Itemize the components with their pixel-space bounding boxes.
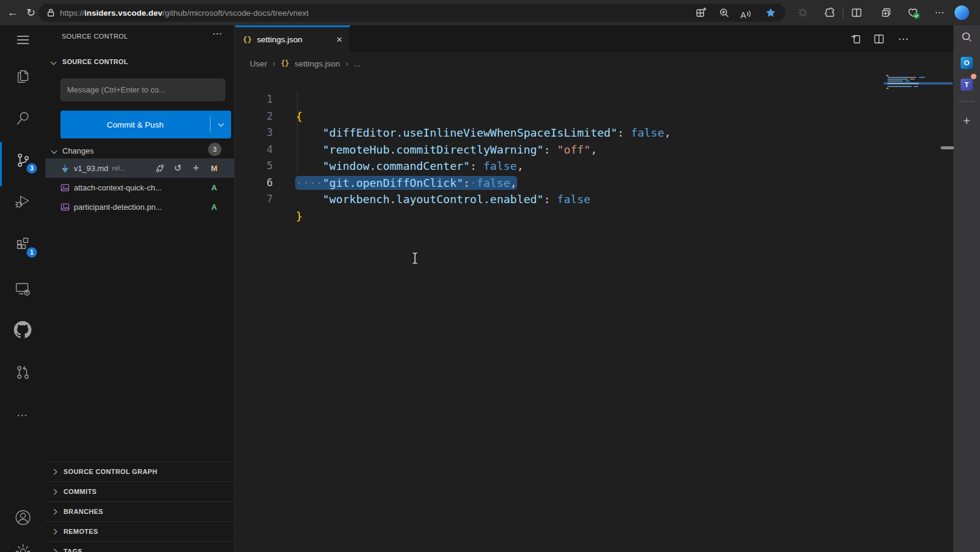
- code-line[interactable]: 6 "workbench.layoutControl.enabled": fal…: [235, 158, 953, 175]
- minimap[interactable]: [887, 80, 903, 82]
- changed-file-row[interactable]: attach-context-quick-ch... A: [45, 178, 234, 197]
- minimap[interactable]: [887, 77, 916, 78]
- zoom-icon[interactable]: [718, 7, 730, 19]
- editor-group: {} settings.json × ⋯ User › {} settings.…: [235, 25, 953, 552]
- chevron-right-icon: [51, 548, 57, 552]
- back-icon[interactable]: ←: [5, 0, 21, 25]
- changes-count-badge: 3: [208, 143, 221, 156]
- status-added: A: [209, 197, 220, 216]
- code-line[interactable]: 4 "window.commandCenter": false,: [235, 125, 953, 141]
- scm-sidebar: SOURCE CONTROL ⋯ SOURCE CONTROL Commit &…: [45, 25, 235, 552]
- editor-more-icon[interactable]: ⋯: [896, 31, 910, 46]
- minimap[interactable]: [919, 77, 925, 78]
- minimap[interactable]: [887, 79, 908, 80]
- browser-toolbar: ← ↻ https://insiders.vscode.dev/github/m…: [0, 0, 980, 25]
- code-line[interactable]: 2 "diffEditor.useInlineViewWhenSpaceIsLi…: [235, 91, 953, 108]
- section-tags[interactable]: TAGS: [45, 541, 234, 552]
- scm-section-header[interactable]: SOURCE CONTROL: [45, 54, 234, 69]
- file-path: rel...: [112, 164, 125, 172]
- menu-hamburger-icon[interactable]: [0, 34, 45, 46]
- minimap[interactable]: [910, 79, 915, 80]
- scm-section-title: SOURCE CONTROL: [62, 58, 128, 65]
- minimap[interactable]: [886, 88, 889, 89]
- breadcrumb-tail[interactable]: ...: [354, 59, 361, 68]
- settings-gear-icon[interactable]: [0, 543, 45, 552]
- commit-message-input[interactable]: [60, 79, 225, 101]
- edge-sidebar-rail: O T +: [953, 25, 980, 552]
- changed-file-row[interactable]: participant-detection.pn... A: [45, 197, 234, 216]
- minimap[interactable]: [913, 86, 918, 87]
- gear-icon[interactable]: [797, 7, 809, 19]
- commit-and-push-button[interactable]: Commit & Push: [60, 111, 231, 138]
- status-modified: M: [209, 158, 220, 178]
- refresh-icon[interactable]: ↻: [23, 0, 39, 25]
- section-branches[interactable]: BRANCHES: [45, 501, 234, 521]
- breadcrumb-root[interactable]: User: [250, 59, 267, 68]
- open-changes-icon[interactable]: [153, 158, 166, 178]
- pull-requests-icon[interactable]: [0, 363, 45, 382]
- toolbar-divider: [843, 7, 843, 18]
- account-icon[interactable]: [0, 508, 45, 527]
- line-number: 7: [235, 191, 273, 208]
- split-editor-icon[interactable]: [872, 31, 886, 46]
- close-tab-icon[interactable]: ×: [336, 35, 342, 45]
- active-view-indicator: [0, 142, 2, 186]
- browser-essentials-icon[interactable]: [907, 7, 919, 21]
- extensions-icon[interactable]: [0, 236, 45, 253]
- changes-header[interactable]: Changes: [45, 142, 234, 159]
- workspaces-icon[interactable]: [695, 7, 707, 19]
- minimap[interactable]: [905, 80, 910, 82]
- explorer-icon[interactable]: [0, 67, 45, 83]
- open-changes-action-icon[interactable]: [849, 31, 863, 46]
- changed-file-row[interactable]: v1_93.md rel... ↺ + M: [45, 158, 234, 178]
- commit-dropdown-button[interactable]: [211, 123, 231, 126]
- chevron-right-icon: [51, 528, 57, 534]
- chevron-down-icon: [51, 148, 57, 154]
- address-bar[interactable]: https://insiders.vscode.dev/github/micro…: [39, 4, 785, 22]
- minimap[interactable]: [886, 75, 889, 76]
- image-file-icon: [60, 203, 70, 212]
- search-icon[interactable]: [0, 109, 45, 126]
- panel-more-icon[interactable]: ⋯: [212, 28, 222, 39]
- discard-changes-icon[interactable]: ↺: [171, 158, 185, 178]
- chevron-right-icon: [51, 469, 57, 475]
- source-control-icon[interactable]: [0, 152, 45, 169]
- breadcrumb-sep-icon: ›: [345, 59, 348, 68]
- stage-changes-icon[interactable]: +: [189, 158, 203, 178]
- mouse-cursor-ibeam: [411, 252, 419, 265]
- image-file-icon: [60, 183, 70, 192]
- run-debug-icon[interactable]: [0, 193, 45, 210]
- section-label: TAGS: [64, 548, 82, 552]
- outlook-icon[interactable]: O: [953, 57, 980, 69]
- sidebar-search-icon[interactable]: [953, 30, 980, 45]
- breadcrumb-file[interactable]: settings.json: [295, 59, 340, 68]
- activity-more-icon[interactable]: ⋯: [0, 409, 45, 422]
- sidebar-add-icon[interactable]: +: [953, 115, 980, 127]
- split-screen-icon[interactable]: [851, 7, 863, 19]
- file-name: participant-detection.pn...: [74, 203, 162, 212]
- teams-icon[interactable]: T: [953, 79, 980, 91]
- code-line-selected[interactable]: 5 ····"git.openDiffOnClick":·false,: [235, 141, 953, 158]
- browser-more-icon[interactable]: ⋯: [932, 0, 947, 25]
- json-icon: {}: [281, 59, 289, 68]
- code-line[interactable]: 7 }: [235, 175, 953, 192]
- file-name: attach-context-quick-ch...: [74, 183, 162, 192]
- commit-button-label: Commit & Push: [60, 120, 210, 129]
- copilot-icon[interactable]: [955, 5, 969, 20]
- github-icon[interactable]: [0, 321, 45, 339]
- tab-settings-json[interactable]: {} settings.json ×: [235, 25, 350, 52]
- section-remotes[interactable]: REMOTES: [45, 521, 234, 541]
- minimap[interactable]: [887, 86, 912, 87]
- code-line[interactable]: 1 {: [235, 75, 953, 92]
- puzzle-extensions-icon[interactable]: [824, 7, 836, 19]
- minimap[interactable]: [887, 83, 919, 84]
- read-aloud-icon[interactable]: A: [740, 10, 753, 22]
- section-commits[interactable]: COMMITS: [45, 481, 234, 501]
- remote-explorer-icon[interactable]: [0, 281, 45, 299]
- collections-icon[interactable]: [880, 7, 892, 19]
- section-source-control-graph[interactable]: SOURCE CONTROL GRAPH: [45, 461, 234, 481]
- code-line[interactable]: 3 "remoteHub.commitDirectlyWarning": "of…: [235, 108, 953, 125]
- scrollbar-handle[interactable]: [941, 146, 954, 149]
- favorites-star-icon[interactable]: [765, 7, 777, 19]
- breadcrumb[interactable]: User › {} settings.json › ...: [250, 53, 361, 74]
